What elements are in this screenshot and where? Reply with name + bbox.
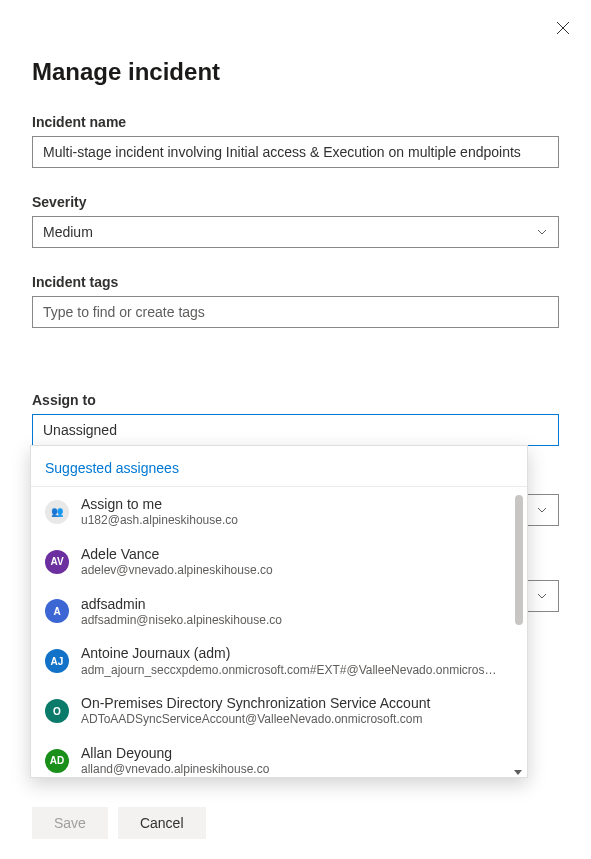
incident-name-label: Incident name (32, 114, 559, 130)
chevron-down-icon (536, 590, 548, 602)
close-icon (556, 21, 570, 35)
assignee-dropdown: Suggested assignees 👥Assign to meu182@as… (30, 445, 528, 778)
severity-select[interactable]: Medium (32, 216, 559, 248)
assignee-name: adfsadmin (81, 595, 497, 613)
assign-to-input[interactable] (32, 414, 559, 446)
avatar: AV (45, 550, 69, 574)
assignee-item[interactable]: AVAdele Vanceadelev@vnevado.alpineskihou… (31, 537, 511, 587)
scrollbar-thumb[interactable] (515, 495, 523, 625)
assignee-email: adm_ajourn_seccxpdemo.onmicrosoft.com#EX… (81, 663, 497, 679)
assignee-email: adelev@vnevado.alpineskihouse.co (81, 563, 497, 579)
avatar: 👥 (45, 500, 69, 524)
suggested-assignees-header: Suggested assignees (31, 446, 527, 487)
assignee-item[interactable]: Aadfsadminadfsadmin@niseko.alpineskihous… (31, 587, 511, 637)
severity-value: Medium (43, 224, 536, 240)
assignee-list: 👥Assign to meu182@ash.alpineskihouse.coA… (31, 487, 527, 777)
cancel-button[interactable]: Cancel (118, 807, 206, 839)
dialog-footer: Save Cancel (32, 807, 206, 839)
assignee-name: Assign to me (81, 495, 497, 513)
avatar: AJ (45, 649, 69, 673)
assignee-name: Antoine Journaux (adm) (81, 644, 497, 662)
assignee-name: Allan Deyoung (81, 744, 497, 762)
assignee-email: ADToAADSyncServiceAccount@ValleeNevado.o… (81, 712, 497, 728)
page-title: Manage incident (32, 58, 559, 86)
chevron-down-icon (536, 226, 548, 238)
assignee-item[interactable]: AJAntoine Journaux (adm)adm_ajourn_seccx… (31, 636, 511, 686)
incident-tags-label: Incident tags (32, 274, 559, 290)
avatar: A (45, 599, 69, 623)
assignee-email: u182@ash.alpineskihouse.co (81, 513, 497, 529)
avatar: AD (45, 749, 69, 773)
assignee-name: Adele Vance (81, 545, 497, 563)
scrollbar-track[interactable] (515, 495, 523, 767)
save-button[interactable]: Save (32, 807, 108, 839)
close-button[interactable] (553, 18, 573, 38)
severity-label: Severity (32, 194, 559, 210)
assignee-email: alland@vnevado.alpineskihouse.co (81, 762, 497, 777)
incident-name-input[interactable] (32, 136, 559, 168)
assignee-email: adfsadmin@niseko.alpineskihouse.co (81, 613, 497, 629)
avatar: O (45, 699, 69, 723)
svg-marker-2 (514, 770, 522, 775)
assignee-item[interactable]: 👥Assign to meu182@ash.alpineskihouse.co (31, 487, 511, 537)
incident-tags-input[interactable] (32, 296, 559, 328)
assignee-item[interactable]: OOn-Premises Directory Synchronization S… (31, 686, 511, 736)
chevron-down-icon (536, 504, 548, 516)
assignee-item[interactable]: ADAllan Deyoungalland@vnevado.alpineskih… (31, 736, 511, 777)
assignee-name: On-Premises Directory Synchronization Se… (81, 694, 497, 712)
assign-to-label: Assign to (32, 392, 559, 408)
scroll-down-arrow[interactable] (513, 763, 523, 773)
